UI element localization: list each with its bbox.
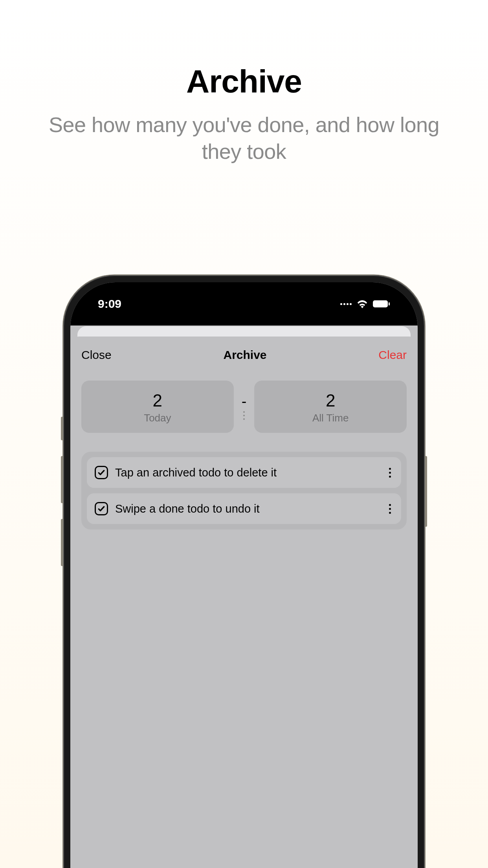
todo-item[interactable]: Tap an archived todo to delete it <box>87 457 401 488</box>
wifi-icon <box>356 300 368 308</box>
stat-today-label: Today <box>81 412 234 424</box>
stat-alltime-value: 2 <box>254 391 407 410</box>
page-title: Archive <box>0 63 488 100</box>
close-button[interactable]: Close <box>81 348 112 362</box>
svg-rect-1 <box>389 302 390 305</box>
todo-text: Swipe a done todo to undo it <box>115 502 380 515</box>
modal-title: Archive <box>223 348 266 362</box>
todo-list: Tap an archived todo to delete it Swipe … <box>81 452 407 530</box>
more-icon[interactable] <box>387 504 393 514</box>
page-subtitle: See how many you've done, and how long t… <box>0 112 488 165</box>
checkbox-checked-icon <box>95 466 108 479</box>
phone-frame: 9:09 Close <box>63 275 425 868</box>
svg-rect-0 <box>373 300 388 307</box>
todo-text: Tap an archived todo to delete it <box>115 466 380 479</box>
dynamic-island <box>205 295 283 315</box>
archive-modal: Close Archive Clear 2 Today - <box>70 337 418 868</box>
stat-today-value: 2 <box>81 391 234 410</box>
todo-item[interactable]: Swipe a done todo to undo it <box>87 493 401 524</box>
more-icon[interactable] <box>387 468 393 478</box>
clear-button[interactable]: Clear <box>378 348 407 362</box>
cellular-icon <box>340 303 352 305</box>
stats-divider: - <box>242 394 247 420</box>
battery-icon <box>373 300 390 308</box>
checkbox-checked-icon <box>95 502 108 515</box>
stats-row: 2 Today - 2 All Time <box>81 381 407 433</box>
stat-today[interactable]: 2 Today <box>81 381 234 433</box>
stat-alltime-label: All Time <box>254 412 407 424</box>
stat-alltime[interactable]: 2 All Time <box>254 381 407 433</box>
status-time: 9:09 <box>98 297 121 311</box>
